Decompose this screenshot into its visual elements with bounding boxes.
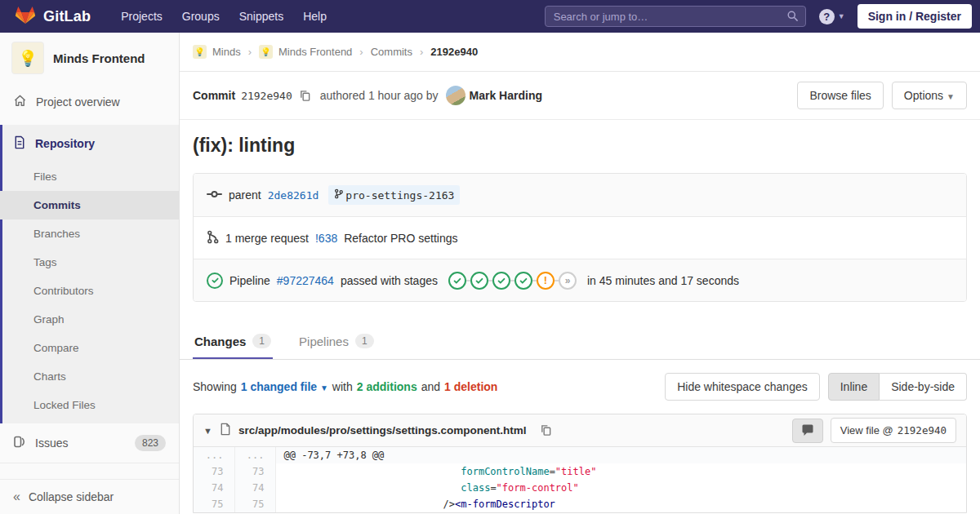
sidebar-item-repository[interactable]: Repository (0, 125, 179, 162)
pipeline-stage-success-icon[interactable] (448, 272, 466, 290)
author-name[interactable]: Mark Harding (470, 89, 542, 102)
sign-in-button[interactable]: Sign in / Register (858, 4, 972, 29)
pipeline-mini-graph: !» (448, 272, 577, 290)
breadcrumb-separator: › (248, 46, 252, 58)
copy-path-button[interactable] (538, 423, 554, 438)
nav-link-snippets[interactable]: Snippets (230, 5, 292, 28)
toggle-comments-button[interactable] (792, 419, 823, 443)
sidebar-item-charts[interactable]: Charts (0, 362, 179, 391)
new-line-number[interactable]: ... (234, 447, 275, 463)
options-button[interactable]: Options▼ (892, 82, 967, 109)
tab-pipelines[interactable]: Pipelines1 (297, 323, 376, 359)
side-by-side-view-button[interactable]: Side-by-side (880, 373, 967, 401)
file-icon (220, 423, 231, 439)
breadcrumb-item-minds[interactable]: 💡Minds (193, 45, 241, 59)
sidebar-item-tags[interactable]: Tags (0, 248, 179, 277)
sidebar-item-commits[interactable]: Commits (0, 191, 179, 219)
mr-ref-link[interactable]: !638 (315, 232, 337, 245)
diff-row: 7575 /><m-formDescriptor (194, 496, 966, 512)
diff-row: 7474 class="form-control" (194, 480, 966, 496)
pipeline-row: Pipeline #97227464 passed with stages !»… (194, 259, 966, 301)
issues-icon (13, 435, 26, 451)
diff-file: ▼ src/app/modules/pro/settings/settings.… (193, 414, 967, 513)
pipeline-id-link[interactable]: #97227464 (277, 274, 334, 287)
repository-section: Repository FilesCommitsBranchesTagsContr… (0, 125, 179, 423)
sidebar: 💡 Minds Frontend Project overview (0, 33, 180, 514)
tanuki-icon (15, 5, 36, 29)
author-avatar[interactable] (446, 86, 466, 105)
view-mode-toggle: Inline Side-by-side (828, 373, 967, 401)
nav-links: ProjectsGroupsSnippetsHelp (112, 5, 336, 28)
view-file-sha: 2192e940 (898, 424, 947, 436)
file-path[interactable]: src/app/modules/pro/settings/settings.co… (238, 424, 527, 436)
pipeline-stage-success-icon[interactable] (470, 272, 488, 290)
browse-files-button[interactable]: Browse files (797, 82, 883, 109)
code-line: class="form-control" (275, 480, 966, 496)
sidebar-item-project-overview[interactable]: Project overview (0, 83, 179, 121)
code-line: @@ -73,7 +73,8 @@ (275, 447, 966, 463)
nav-link-projects[interactable]: Projects (112, 5, 172, 28)
additions-count: 2 additions (357, 380, 417, 393)
pipeline-stage-success-icon[interactable] (514, 272, 532, 290)
sidebar-item-label: Issues (35, 436, 68, 450)
sidebar-item-label: Project overview (36, 95, 120, 109)
mr-title: Refactor PRO settings (344, 232, 457, 245)
diff-row: ......@@ -73,7 +73,8 @@ (194, 447, 966, 463)
sidebar-item-branches[interactable]: Branches (0, 219, 179, 248)
commit-header: Commit 2192e940 authored 1 hour ago by M… (180, 72, 980, 120)
project-name: Minds Frontend (53, 51, 145, 65)
parent-row: parent 2de8261d pro-settings-2163 (194, 174, 966, 216)
nav-link-help[interactable]: Help (294, 5, 336, 28)
sidebar-item-compare[interactable]: Compare (0, 334, 179, 362)
navbar: GitLab ProjectsGroupsSnippetsHelp ? ▼ Si… (0, 0, 980, 33)
sidebar-item-locked-files[interactable]: Locked Files (0, 391, 179, 419)
search-input[interactable] (545, 6, 806, 27)
new-line-number[interactable]: 73 (234, 463, 275, 480)
collapse-sidebar-button[interactable]: « Collapse sidebar (0, 479, 179, 514)
copy-sha-button[interactable] (297, 88, 313, 104)
commit-label: Commit (193, 89, 235, 102)
pipeline-status-icon[interactable] (207, 273, 223, 289)
tab-count-badge: 1 (355, 334, 374, 348)
search-box (545, 6, 806, 27)
tab-changes[interactable]: Changes1 (193, 323, 273, 359)
nav-link-groups[interactable]: Groups (173, 5, 229, 28)
new-line-number[interactable]: 75 (234, 496, 275, 512)
search-icon[interactable] (786, 10, 799, 25)
code-line: /><m-formDescriptor (275, 496, 966, 512)
code-line: formControlName="title" (275, 463, 966, 480)
pipeline-stage-success-icon[interactable] (492, 272, 510, 290)
brand-name: GitLab (43, 8, 91, 25)
diff-row: 7373 formControlName="title" (194, 463, 966, 480)
changed-files-dropdown[interactable]: 1 changed file ▼ (241, 380, 328, 393)
main-content: 💡Minds›💡Minds Frontend›Commits›2192e940 … (180, 33, 980, 514)
sidebar-item-files[interactable]: Files (0, 162, 179, 191)
gitlab-home-link[interactable]: GitLab (8, 5, 97, 29)
breadcrumb-item-minds-frontend[interactable]: 💡Minds Frontend (259, 45, 352, 59)
collapse-diff-icon[interactable]: ▼ (203, 426, 212, 436)
caret-down-icon: ▼ (947, 92, 955, 101)
old-line-number[interactable]: ... (194, 447, 234, 463)
sidebar-item-issues[interactable]: Issues 823 (0, 423, 179, 463)
view-file-button[interactable]: View file @ 2192e940 (831, 418, 956, 443)
hide-whitespace-button[interactable]: Hide whitespace changes (665, 373, 820, 401)
pipeline-stage-warning-icon[interactable]: ! (537, 272, 555, 290)
project-context[interactable]: 💡 Minds Frontend (0, 33, 179, 83)
commit-title: (fix): linting (180, 120, 980, 173)
collapse-label: Collapse sidebar (29, 490, 114, 503)
breadcrumb-item-commits[interactable]: Commits (371, 46, 412, 58)
with-label: with (332, 380, 353, 393)
old-line-number[interactable]: 74 (194, 480, 234, 496)
old-line-number[interactable]: 73 (194, 463, 234, 480)
inline-view-button[interactable]: Inline (828, 373, 880, 401)
help-menu[interactable]: ? ▼ (819, 9, 845, 24)
new-line-number[interactable]: 74 (234, 480, 275, 496)
pipeline-stage-skipped-icon[interactable]: » (559, 272, 577, 290)
sidebar-item-contributors[interactable]: Contributors (0, 277, 179, 305)
sidebar-item-graph[interactable]: Graph (0, 305, 179, 334)
old-line-number[interactable]: 75 (194, 496, 234, 512)
parent-sha-link[interactable]: 2de8261d (268, 189, 319, 202)
pipeline-label: Pipeline (229, 274, 270, 287)
diff-table: ......@@ -73,7 +73,8 @@7373 formControlN… (194, 447, 966, 512)
branch-badge[interactable]: pro-settings-2163 (328, 185, 460, 205)
